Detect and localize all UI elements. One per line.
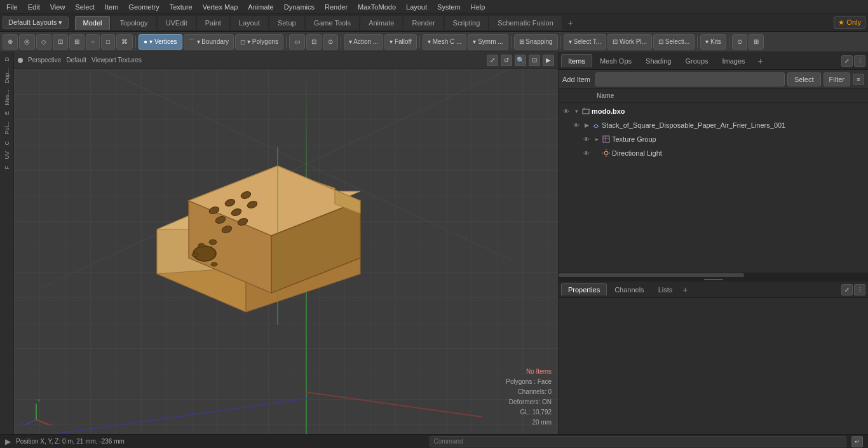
tab-uvedit[interactable]: UVEdit <box>158 16 196 30</box>
vertices-btn[interactable]: ●▾ Vertices <box>139 34 182 50</box>
viewport-perspective[interactable]: Perspective <box>28 57 61 64</box>
viewport-play-btn[interactable]: ▶ <box>543 55 554 66</box>
add-item-dropdown[interactable] <box>595 72 785 86</box>
menu-edit[interactable]: Edit <box>24 2 44 12</box>
left-panel-deformer[interactable]: D <box>3 55 11 64</box>
action-btn[interactable]: ▾ Action ... <box>344 34 383 50</box>
shape-btn[interactable]: ▭ <box>289 34 305 50</box>
expand-modo[interactable]: ▾ <box>573 107 580 115</box>
left-panel-uv[interactable]: UV <box>3 149 11 162</box>
mesh-btn[interactable]: ▾ Mesh C ... <box>423 34 466 50</box>
tab-setup[interactable]: Setup <box>269 16 304 30</box>
layout-dropdown[interactable]: Default Layouts ▾ <box>3 17 69 29</box>
kits-btn[interactable]: ▾ Kits <box>700 34 726 50</box>
vis-btn-stack[interactable]: 👁 <box>571 120 581 130</box>
item-row-stack[interactable]: 👁 ▶ Stack_of_Square_Disposable_Paper_Air… <box>559 118 868 132</box>
menu-maxtomode[interactable]: MaxToModo <box>354 2 400 12</box>
menu-system[interactable]: System <box>433 2 465 12</box>
menu-render[interactable]: Render <box>321 2 351 12</box>
items-hscroll[interactable] <box>559 273 868 278</box>
menu-texture[interactable]: Texture <box>166 2 196 12</box>
selection-btn[interactable]: ⊡ Selecti... <box>653 34 695 50</box>
boundary-btn[interactable]: ⌒▾ Boundary <box>184 34 234 50</box>
toolbar-globe-btn[interactable]: ◎ <box>19 34 35 50</box>
toolbar-circle-btn[interactable]: ○ <box>86 34 100 50</box>
viewport-canvas[interactable]: No Items Polygons : Face Channels: 0 Def… <box>14 69 558 434</box>
panel-expand-btn[interactable]: ⤢ <box>841 55 853 67</box>
viewport-dot[interactable] <box>18 58 23 63</box>
tab-paint[interactable]: Paint <box>197 16 229 30</box>
menu-file[interactable]: File <box>3 2 22 12</box>
toolbar-box-btn[interactable]: ⊡ <box>53 34 68 50</box>
vis-btn-texture[interactable]: 👁 <box>581 134 592 144</box>
tab-layout[interactable]: Layout <box>231 16 268 30</box>
tab-mesh-ops[interactable]: Mesh Ops <box>593 55 638 67</box>
tab-groups[interactable]: Groups <box>679 55 714 67</box>
left-panel-mesh[interactable]: Mes... <box>3 87 11 108</box>
menu-vertex-map[interactable]: Vertex Map <box>199 2 242 12</box>
menu-select[interactable]: Select <box>71 2 98 12</box>
tab-images[interactable]: Images <box>716 55 752 67</box>
tab-items[interactable]: Items <box>561 54 592 67</box>
left-panel-edit[interactable]: E <box>3 109 11 118</box>
props-tab-properties[interactable]: Properties <box>561 283 607 295</box>
left-panel-dup[interactable]: Dup... <box>3 65 11 86</box>
left-panel-f[interactable]: F <box>3 163 11 172</box>
items-list[interactable]: 👁 ▾ modo.bxo 👁 ▶ <box>559 103 868 273</box>
items-filter-btn[interactable]: Filter <box>824 72 850 86</box>
viewport-rotate-btn[interactable]: ↺ <box>501 55 512 66</box>
select-tool-btn[interactable]: ▾ Select T... <box>564 34 607 50</box>
layout-tab-add[interactable]: + <box>563 15 578 31</box>
toolbar-btn-b[interactable]: ⊞ <box>749 34 764 50</box>
viewport-area[interactable]: Perspective Default Viewport Textures ⤢ … <box>14 52 558 434</box>
viewport-shade[interactable]: Default <box>66 57 86 64</box>
props-tab-add[interactable]: + <box>682 285 688 295</box>
toolbar-add-btn[interactable]: ⊕ <box>3 34 18 50</box>
command-submit-btn[interactable]: ↵ <box>851 436 863 447</box>
tab-model[interactable]: Model <box>75 16 111 30</box>
toolbar-square-btn[interactable]: □ <box>101 34 115 50</box>
toolbar-diamond-btn[interactable]: ◇ <box>36 34 51 50</box>
viewport-zoom-btn[interactable]: 🔍 <box>515 55 526 66</box>
screen-btn[interactable]: ⊡ <box>306 34 322 50</box>
falloff-btn[interactable]: ▾ Falloff <box>384 34 417 50</box>
items-panel-menu-btn[interactable]: ≡ <box>853 74 864 85</box>
left-panel-c[interactable]: C <box>3 139 11 148</box>
right-tab-add[interactable]: + <box>756 56 766 66</box>
tab-schematic[interactable]: Schematic Fusion <box>489 16 561 30</box>
tab-render[interactable]: Render <box>403 16 443 30</box>
menu-animate[interactable]: Animate <box>244 2 277 12</box>
command-input[interactable] <box>430 436 847 447</box>
props-settings-btn[interactable]: ⋮ <box>854 284 865 295</box>
layout-star-only[interactable]: ★ Only <box>834 17 865 29</box>
tab-topology[interactable]: Topology <box>111 16 156 30</box>
menu-dynamics[interactable]: Dynamics <box>280 2 318 12</box>
item-row-texture[interactable]: 👁 ▸ Texture Group <box>559 132 868 146</box>
menu-layout[interactable]: Layout <box>402 2 431 12</box>
tab-animate[interactable]: Animate <box>360 16 402 30</box>
vis-btn-light[interactable]: 👁 <box>581 148 592 158</box>
expand-texture[interactable]: ▸ <box>593 135 600 143</box>
props-expand-btn[interactable]: ⤢ <box>841 284 853 295</box>
item-row-modo[interactable]: 👁 ▾ modo.bxo <box>559 104 868 118</box>
expand-stack[interactable]: ▶ <box>583 121 590 129</box>
snapping-btn[interactable]: ⊞ Snapping <box>514 34 558 50</box>
menu-geometry[interactable]: Geometry <box>125 2 163 12</box>
tab-shading[interactable]: Shading <box>639 55 677 67</box>
props-tab-channels[interactable]: Channels <box>608 284 650 295</box>
toolbar-link-btn[interactable]: ⌘ <box>116 34 133 50</box>
menu-help[interactable]: Help <box>467 2 489 12</box>
panel-settings-btn[interactable]: ⋮ <box>854 55 865 67</box>
items-select-btn[interactable]: Select <box>787 72 821 86</box>
toolbar-btn-a[interactable]: ⊙ <box>732 34 747 50</box>
symm-btn[interactable]: ▾ Symm ... <box>468 34 508 50</box>
polygons-btn[interactable]: ◻▾ Polygons <box>235 34 283 50</box>
menu-view[interactable]: View <box>46 2 69 12</box>
vis-btn-modo[interactable]: 👁 <box>561 106 571 116</box>
tab-gametools[interactable]: Game Tools <box>306 16 360 30</box>
viewport-maximize-btn[interactable]: ⤢ <box>487 55 498 66</box>
render-icon-btn[interactable]: ⊙ <box>323 34 338 50</box>
viewport-texture[interactable]: Viewport Textures <box>92 57 142 64</box>
viewport-fit-btn[interactable]: ⊡ <box>529 55 540 66</box>
left-panel-polygon[interactable]: Pol... <box>3 119 11 137</box>
